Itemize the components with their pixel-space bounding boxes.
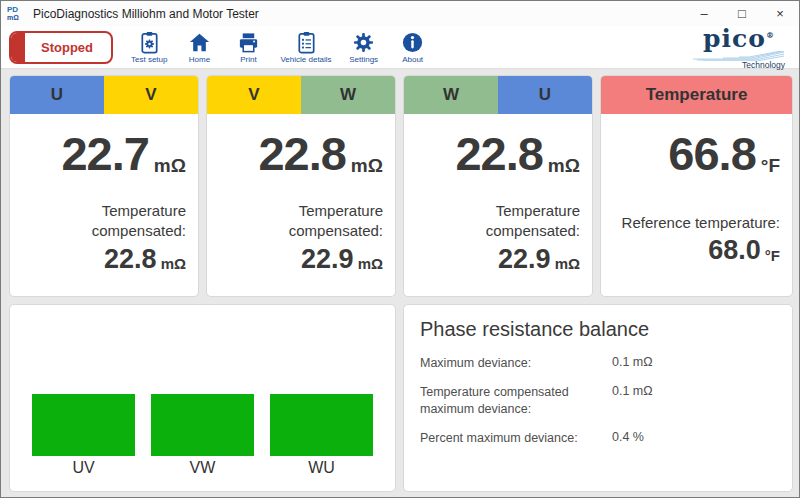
toolbar-item-vehicle-details[interactable]: Vehicle details: [280, 31, 331, 64]
toolbar: Stopped: [1, 26, 799, 69]
wu-compensated-value: 22.9 mΩ: [416, 246, 580, 273]
app-icon: PD mΩ: [7, 5, 27, 23]
uv-resistance-value: 22.7 mΩ: [22, 130, 186, 177]
measurement-card-wu: W U 22.8 mΩ Temperature compensated: 22.…: [403, 75, 593, 297]
bar-column-uv: UV: [32, 394, 135, 477]
title-bar: PD mΩ PicoDiagnostics Milliohm and Motor…: [1, 1, 799, 26]
phase-v-header: V: [104, 76, 198, 114]
settings-label: Settings: [349, 55, 378, 64]
vehicle-details-label: Vehicle details: [280, 55, 331, 64]
temperature-value: 66.8 °F: [613, 130, 780, 177]
home-icon: [188, 31, 211, 54]
app-icon-text-top: PD: [7, 6, 27, 14]
bar-column-vw: VW: [151, 394, 254, 477]
bar-wu: [270, 394, 373, 456]
wu-resistance-value: 22.8 mΩ: [416, 130, 580, 177]
toolbar-items: Test setup Home: [131, 31, 430, 64]
bar-vw: [151, 394, 254, 456]
pico-logo-subtitle: Technology: [742, 60, 785, 70]
wu-compensated-label: Temperature compensated:: [416, 201, 580, 242]
phase-resistance-balance-panel: Phase resistance balance Maximum devianc…: [403, 304, 793, 492]
bar-column-wu: WU: [270, 394, 373, 477]
stopped-indicator: [11, 33, 25, 62]
toolbar-item-test-setup[interactable]: Test setup: [131, 31, 167, 64]
phase-w-header: W: [404, 76, 498, 114]
test-setup-label: Test setup: [131, 55, 167, 64]
chart-area: UV VW WU: [10, 394, 395, 477]
balance-row-compensated-deviance: Temperature compensated maximum deviance…: [420, 384, 776, 418]
phase-v-header: V: [207, 76, 301, 114]
vehicle-details-icon: [295, 31, 318, 54]
measurement-card-uv: U V 22.7 mΩ Temperature compensated: 22.…: [9, 75, 199, 297]
app-icon-text-bottom: mΩ: [7, 14, 27, 21]
temperature-card: Temperature 66.8 °F Reference temperatur…: [600, 75, 793, 297]
measurement-card-vw: V W 22.8 mΩ Temperature compensated: 22.…: [206, 75, 396, 297]
phase-u-header: U: [498, 76, 592, 114]
phase-u-header: U: [10, 76, 104, 114]
stopped-button[interactable]: Stopped: [9, 31, 113, 64]
close-icon[interactable]: ×: [761, 1, 799, 26]
minimize-icon[interactable]: –: [685, 1, 723, 26]
phase-w-header: W: [301, 76, 395, 114]
balance-rows: Maximum deviance: 0.1 mΩ Temperature com…: [420, 355, 776, 447]
toolbar-item-about[interactable]: About: [396, 31, 430, 64]
about-icon: [401, 31, 424, 54]
vw-compensated-value: 22.9 mΩ: [219, 246, 383, 273]
balance-row-max-deviance: Maximum deviance: 0.1 mΩ: [420, 355, 776, 372]
stopped-label: Stopped: [41, 40, 93, 55]
toolbar-item-home[interactable]: Home: [182, 31, 216, 64]
vw-compensated-label: Temperature compensated:: [219, 201, 383, 242]
uv-compensated-label: Temperature compensated:: [22, 201, 186, 242]
uv-compensated-value: 22.8 mΩ: [22, 246, 186, 273]
about-label: About: [402, 55, 423, 64]
pico-technology-logo: pico® Technology: [689, 28, 789, 70]
home-label: Home: [189, 55, 210, 64]
bar-label-vw: VW: [190, 459, 216, 477]
toolbar-item-settings[interactable]: Settings: [347, 31, 381, 64]
bar-label-uv: UV: [72, 459, 94, 477]
reference-temperature-label: Reference temperature:: [613, 213, 780, 233]
toolbar-item-print[interactable]: Print: [231, 31, 265, 64]
print-label: Print: [240, 55, 256, 64]
bar-uv: [32, 394, 135, 456]
app-window: PD mΩ PicoDiagnostics Milliohm and Motor…: [0, 0, 800, 498]
test-setup-icon: [138, 31, 161, 54]
maximize-icon[interactable]: □: [723, 1, 761, 26]
reference-temperature-value: 68.0 °F: [613, 237, 780, 264]
window-title: PicoDiagnostics Milliohm and Motor Teste…: [33, 7, 259, 21]
window-controls: – □ ×: [685, 1, 799, 26]
temperature-header: Temperature: [601, 76, 792, 114]
bar-label-wu: WU: [308, 459, 335, 477]
settings-icon: [352, 31, 375, 54]
balance-panel-title: Phase resistance balance: [420, 318, 776, 341]
balance-bar-chart: UV VW WU: [9, 304, 396, 492]
print-icon: [237, 31, 260, 54]
vw-resistance-value: 22.8 mΩ: [219, 130, 383, 177]
pico-logo-text: pico®: [703, 28, 775, 51]
balance-row-percent-deviance: Percent maximum deviance: 0.4 %: [420, 430, 776, 447]
